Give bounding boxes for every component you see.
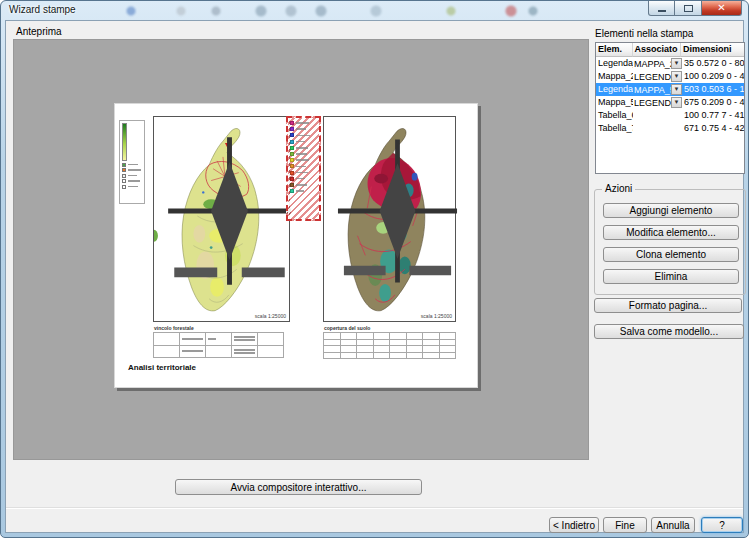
minimize-icon — [658, 10, 666, 12]
north-arrow-icon — [162, 109, 297, 313]
scale-text: scala 1:25000 — [421, 313, 452, 319]
actions-group: Azioni Aggiungi elemento Modifica elemen… — [594, 189, 746, 295]
column-header-assoc[interactable]: Associato a — [633, 43, 681, 57]
elements-table-header: Elem. Associato a Dimensioni — [596, 43, 744, 57]
maximize-button[interactable] — [675, 1, 702, 16]
back-button[interactable]: < Indietro — [549, 517, 599, 533]
legend-element-selected[interactable] — [286, 116, 321, 221]
finish-button[interactable]: Fine — [603, 517, 647, 533]
edit-element-button[interactable]: Modifica elemento... — [603, 225, 739, 240]
scale-text: scala 1:25000 — [255, 313, 286, 319]
elements-table: Elem. Associato a Dimensioni Legenda_1 M… — [595, 42, 745, 174]
dim-value: 503 0.503 6 - 1 — [682, 83, 745, 96]
help-button[interactable]: ? — [701, 517, 743, 533]
preview-label: Anteprima — [16, 26, 62, 37]
table-row-selected[interactable]: Legenda_4 MAPPA_5▼ 503 0.503 6 - 1 — [596, 83, 744, 96]
map-element-right[interactable]: scala 1:25000 — [323, 116, 456, 322]
elem-name: Tabella_6 — [596, 109, 633, 122]
legend-swatch — [122, 179, 126, 183]
right-map-caption: copertura del suolo — [324, 325, 370, 331]
legend-swatch — [122, 163, 126, 167]
table-element-right[interactable] — [323, 332, 456, 359]
map-element-left[interactable]: scala 1:25000 — [153, 116, 290, 322]
print-page: scala 1:25000 — [114, 103, 478, 388]
window-title: Wizard stampe — [9, 4, 76, 15]
legend-swatch — [122, 174, 126, 178]
save-template-button[interactable]: Salva come modello... — [594, 324, 744, 339]
elem-name: Mappa_2 — [596, 70, 633, 83]
clone-element-button[interactable]: Clona elemento — [603, 247, 739, 262]
dim-value: 35 0.572 0 - 80 — [682, 57, 745, 70]
maximize-icon — [684, 5, 693, 12]
table-row[interactable]: Mappa_2 LEGENDA▼ 100 0.209 0 - 4 — [596, 70, 744, 83]
minimize-button[interactable] — [648, 1, 675, 16]
glass-reflection — [121, 3, 541, 18]
close-button[interactable]: ✕ — [702, 1, 742, 16]
add-element-button[interactable]: Aggiungi elemento — [603, 203, 739, 218]
dim-value: 100 0.209 0 - 4 — [682, 70, 745, 83]
composition-title: Analisi territoriale — [128, 363, 196, 372]
legend-element-1[interactable] — [119, 120, 145, 204]
dim-value: 671 0.75 4 - 42 — [682, 122, 745, 135]
left-map-caption: vincolo forestale — [154, 325, 194, 331]
color-ramp — [122, 123, 127, 161]
elem-name: Tabella_7 — [596, 122, 633, 135]
assoc-dropdown-button[interactable]: ▼ — [671, 71, 682, 82]
assoc-dropdown-button[interactable]: ▼ — [671, 97, 682, 108]
print-preview-canvas: scala 1:25000 — [13, 39, 589, 460]
legend-swatch — [122, 185, 126, 189]
launch-composer-button[interactable]: Avvia compositore interattivo... — [175, 479, 422, 495]
wizard-stampe-dialog: Wizard stampe ✕ Anteprima — [0, 0, 749, 538]
elements-panel-label: Elementi nella stampa — [595, 28, 693, 39]
page-setup-button[interactable]: Formato pagina... — [594, 298, 742, 313]
table-row[interactable]: Tabella_7 671 0.75 4 - 42 — [596, 122, 744, 135]
dialog-client-area: Anteprima — [5, 20, 744, 533]
elem-name: Legenda_4 — [596, 83, 633, 96]
assoc-dropdown-button[interactable]: ▼ — [671, 84, 682, 95]
table-row[interactable]: Tabella_6 100 0.77 7 - 41 — [596, 109, 744, 122]
assoc-value: LEGENDA — [633, 97, 671, 109]
title-bar[interactable]: Wizard stampe ✕ — [1, 1, 748, 20]
legend-swatch — [122, 168, 126, 172]
actions-group-label: Azioni — [602, 183, 635, 194]
elem-name: Mappa_5 — [596, 96, 633, 109]
assoc-dropdown-button[interactable]: ▼ — [671, 58, 682, 69]
dim-value: 100 0.77 7 - 41 — [682, 109, 745, 122]
assoc-value: MAPPA_5 — [633, 84, 671, 96]
footer-divider — [6, 507, 743, 509]
close-icon: ✕ — [717, 3, 725, 13]
table-element-left[interactable] — [153, 332, 284, 358]
dim-value: 675 0.209 0 - 4 — [682, 96, 745, 109]
assoc-value: MAPPA_2 — [633, 58, 671, 70]
elem-name: Legenda_1 — [596, 57, 633, 70]
column-header-elem[interactable]: Elem. — [596, 43, 633, 57]
column-header-dim[interactable]: Dimensioni — [681, 43, 744, 57]
north-arrow-icon — [332, 109, 463, 313]
cancel-button[interactable]: Annulla — [651, 517, 695, 533]
table-row[interactable]: Mappa_5 LEGENDA▼ 675 0.209 0 - 4 — [596, 96, 744, 109]
assoc-value: LEGENDA — [633, 71, 671, 83]
table-row[interactable]: Legenda_1 MAPPA_2▼ 35 0.572 0 - 80 — [596, 57, 744, 70]
delete-element-button[interactable]: Elimina — [603, 269, 739, 284]
